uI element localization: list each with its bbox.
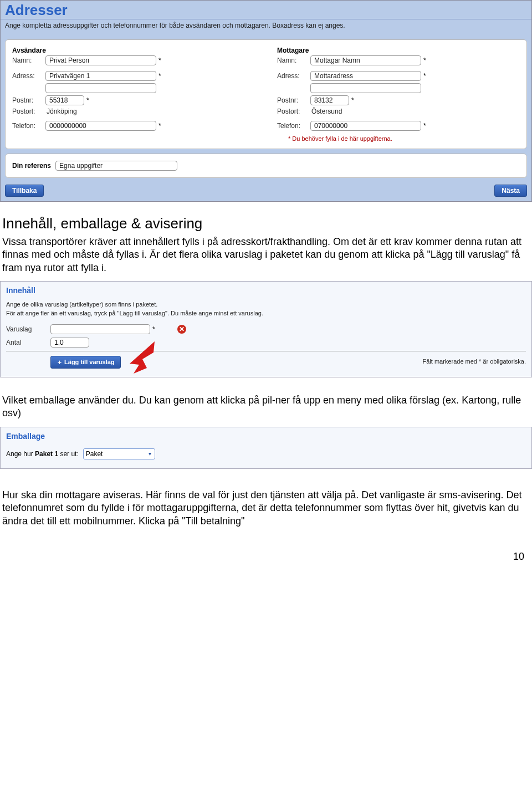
sender-heading: Avsändare [12, 47, 255, 54]
sender-postort-value: Jönköping [45, 108, 77, 115]
required-mark: * [423, 72, 426, 80]
antal-input[interactable] [50, 338, 89, 348]
required-mark: * [152, 325, 155, 333]
varuslag-input[interactable] [50, 324, 150, 334]
content-description: Ange de olika varuslag (artikeltyper) so… [1, 300, 531, 324]
reference-label: Din referens [12, 162, 51, 170]
receiver-postnr-input[interactable] [310, 95, 349, 105]
sender-addr2-input[interactable] [45, 83, 156, 93]
receiver-postort-label: Postort: [277, 108, 310, 115]
addresses-box: Avsändare Namn: * Adress: * Postnr [5, 39, 527, 149]
sender-addr-label: Adress: [12, 72, 45, 80]
receiver-name-input[interactable] [310, 55, 421, 65]
divider [6, 351, 526, 351]
page-number: 10 [0, 534, 532, 568]
content-required-note: Fält markerade med * är obligatoriska. [423, 358, 526, 365]
receiver-phone-label: Telefon: [277, 122, 310, 130]
chevron-down-icon: ▾ [149, 451, 152, 457]
doc-paragraph-2: Vilket emballage använder du. Du kan gen… [2, 394, 530, 420]
required-mark: * [423, 122, 426, 130]
receiver-phone-input[interactable] [310, 121, 421, 131]
sender-phone-label: Telefon: [12, 122, 45, 130]
addresses-description: Ange kompletta adressuppgifter och telef… [1, 22, 531, 35]
receiver-addr2-input[interactable] [310, 83, 421, 93]
receiver-column: Mottagare Namn: * Adress: * Postnr [277, 47, 520, 142]
required-mark: * [86, 96, 89, 104]
add-varuslag-button[interactable]: ＋ Lägg till varuslag [50, 356, 121, 369]
required-mark: * [351, 96, 354, 104]
antal-label: Antal [6, 339, 50, 346]
back-button[interactable]: Tillbaka [5, 185, 44, 197]
receiver-addr-input[interactable] [310, 71, 421, 81]
receiver-postnr-label: Postnr: [277, 96, 310, 104]
emballage-label: Ange hur Paket 1 ser ut: [6, 450, 79, 458]
sender-postnr-input[interactable] [45, 95, 84, 105]
reference-box: Din referens [5, 154, 527, 178]
receiver-heading: Mottagare [277, 47, 520, 54]
emballage-select[interactable]: Paket ▾ [83, 448, 155, 459]
addresses-panel: Adresser Ange kompletta adressuppgifter … [0, 0, 532, 202]
sender-column: Avsändare Namn: * Adress: * Postnr [12, 47, 255, 142]
varuslag-label: Varuslag [6, 325, 50, 333]
reference-input[interactable] [55, 161, 177, 171]
required-note: * Du behöver fylla i de här uppgifterna. [277, 135, 520, 142]
doc-heading: Innehåll, emballage & avisering [2, 215, 530, 232]
delete-icon[interactable]: ✕ [177, 325, 186, 334]
doc-paragraph-3: Hur ska din mottagare aviseras. Här finn… [2, 489, 530, 528]
emballage-panel: Emballage Ange hur Paket 1 ser ut: Paket… [0, 427, 532, 469]
sender-postnr-label: Postnr: [12, 96, 45, 104]
sender-phone-input[interactable] [45, 121, 156, 131]
next-button[interactable]: Nästa [494, 185, 527, 197]
required-mark: * [158, 72, 161, 80]
doc-paragraph-1: Vissa transportörer kräver att innehålle… [2, 236, 530, 274]
receiver-addr-label: Adress: [277, 72, 310, 80]
emballage-title: Emballage [1, 427, 531, 448]
required-mark: * [158, 57, 161, 64]
required-mark: * [158, 122, 161, 130]
required-mark: * [423, 57, 426, 64]
sender-name-label: Namn: [12, 57, 45, 64]
sender-addr-input[interactable] [45, 71, 156, 81]
emballage-select-value: Paket [86, 450, 103, 458]
receiver-postort-value: Östersund [310, 108, 342, 115]
content-title: Innehåll [1, 282, 531, 300]
sender-postort-label: Postort: [12, 108, 45, 115]
sender-name-input[interactable] [45, 55, 156, 65]
content-panel: Innehåll Ange de olika varuslag (artikel… [0, 281, 532, 377]
receiver-name-label: Namn: [277, 57, 310, 64]
addresses-title: Adresser [1, 1, 531, 19]
